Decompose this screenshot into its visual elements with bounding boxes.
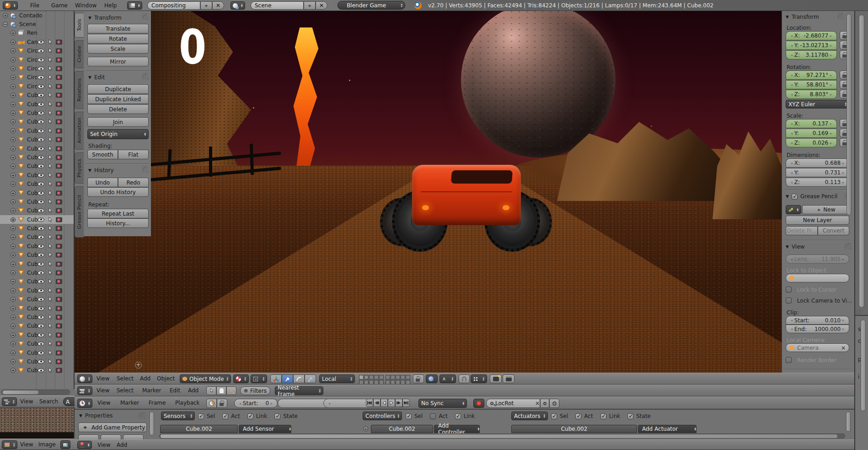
outliner-row[interactable]: +Cub <box>0 366 74 375</box>
outliner-row[interactable]: +Circ <box>0 47 74 55</box>
jump-to-start-button[interactable] <box>366 399 373 407</box>
lock-to-cursor-checkbox[interactable] <box>786 287 792 293</box>
menu-window[interactable]: Window <box>75 0 96 11</box>
visibility-icon[interactable] <box>38 262 44 266</box>
selectability-icon[interactable] <box>47 207 53 214</box>
render-display-select[interactable] <box>426 374 438 383</box>
add-scene-button[interactable]: ＋ <box>304 1 316 10</box>
panel-title-grease-pencil[interactable]: ▼ Grease Pencil <box>786 193 837 200</box>
selectability-icon[interactable] <box>47 332 53 338</box>
outliner-row[interactable]: +Circ <box>0 55 74 64</box>
viewport-shading-select[interactable]: ▴▾ <box>233 374 249 383</box>
view3d-menu-select[interactable]: Select <box>117 373 134 384</box>
mirror-button[interactable]: Mirror <box>87 57 149 66</box>
outliner-row[interactable]: +Cub <box>0 171 74 179</box>
renderability-icon[interactable] <box>56 297 62 302</box>
outliner-row[interactable]: +Cub <box>0 331 74 339</box>
timeline-menu-marker[interactable]: Marker <box>120 397 139 409</box>
shade-flat-button[interactable]: Flat <box>118 150 149 159</box>
layer-cell[interactable] <box>364 380 369 385</box>
outliner-hscrollbar[interactable] <box>1 390 70 395</box>
add-controller-select[interactable]: Add Controller▴▾ <box>434 425 480 433</box>
prev-keyframe-button[interactable] <box>373 399 380 407</box>
renderability-icon[interactable] <box>56 66 62 71</box>
expand-icon[interactable]: + <box>11 235 16 240</box>
visibility-icon[interactable] <box>38 324 44 328</box>
logic-hscrollbar[interactable] <box>159 434 845 439</box>
scale-button[interactable]: Scale <box>87 44 149 54</box>
visibility-icon[interactable] <box>38 217 44 222</box>
visibility-icon[interactable] <box>38 359 44 363</box>
expand-icon[interactable]: + <box>11 332 16 337</box>
lens-field[interactable]: ◂ Lens:11.905 ▸ <box>786 255 849 264</box>
selectability-icon[interactable] <box>47 341 53 347</box>
selectability-icon[interactable] <box>47 217 53 223</box>
timeline-menu-view[interactable]: View <box>97 397 110 409</box>
outliner-row[interactable]: +Cub <box>0 189 74 197</box>
outliner-row[interactable]: −Scene <box>0 20 74 28</box>
expand-icon[interactable]: + <box>11 39 16 44</box>
expand-icon[interactable]: + <box>11 102 16 107</box>
filters-button[interactable]: ⊕Filters <box>240 386 270 395</box>
renderability-icon[interactable] <box>56 102 62 107</box>
clear-keying-set-icon[interactable]: × <box>535 400 540 407</box>
renderability-icon[interactable] <box>56 253 62 258</box>
selectability-icon[interactable] <box>47 234 53 240</box>
repeat-last-button[interactable]: Repeat Last <box>87 209 149 218</box>
timeline-type-selector[interactable]: ▴▾ <box>77 399 92 408</box>
outliner-row[interactable]: +Cub <box>0 277 74 286</box>
sensors-filter-select[interactable]: Sensors▴▾ <box>161 412 195 420</box>
renderability-icon[interactable] <box>56 182 62 187</box>
visibility-icon[interactable] <box>38 369 44 373</box>
render-border-row[interactable]: Render Border <box>786 357 837 363</box>
image-menu-image[interactable]: Image <box>38 439 56 450</box>
layer-cell[interactable] <box>401 375 405 380</box>
image-editor-preview[interactable] <box>0 407 75 439</box>
layer-cell[interactable] <box>374 380 379 385</box>
renderability-icon[interactable] <box>56 119 62 125</box>
actuators-object-bar[interactable]: Cube.002 <box>511 425 637 433</box>
add-game-property-button[interactable]: ＋Add Game Property <box>78 423 147 432</box>
expand-icon[interactable]: + <box>11 119 16 125</box>
history-button[interactable]: History... <box>87 218 149 228</box>
gp-new-layer-button[interactable]: New Layer <box>786 216 849 225</box>
outliner-row[interactable]: +Can <box>0 38 74 46</box>
clip-start-field[interactable]: ◂ Start:0.010 ▸ <box>786 316 849 325</box>
delete-keyframe-button[interactable] <box>549 399 559 408</box>
renderability-icon[interactable] <box>56 261 62 266</box>
axis-field-x[interactable]: ◂ X:-2.68077 ▸ <box>786 31 837 40</box>
selectability-icon[interactable] <box>47 119 53 125</box>
renderability-icon[interactable] <box>56 324 62 329</box>
outliner-row[interactable]: +Cub <box>0 295 74 304</box>
layer-cell[interactable] <box>379 380 384 385</box>
renderability-icon[interactable] <box>56 39 62 44</box>
pivot-point-select[interactable]: ▴▾ <box>251 374 267 383</box>
selectability-icon[interactable] <box>47 296 53 303</box>
outliner-row[interactable]: +Cub <box>0 304 74 313</box>
layers-grid-1[interactable] <box>359 375 384 385</box>
checkbox-state[interactable] <box>627 413 633 419</box>
proportional-edit-select[interactable]: ∧▴▾ <box>439 374 456 383</box>
transform-orientation-select[interactable]: Local▴▾ <box>319 374 355 383</box>
anim-menu-marker[interactable]: Marker <box>142 385 161 396</box>
logic-menu-view[interactable]: View <box>97 440 110 450</box>
outliner-row[interactable]: +Cub <box>0 224 74 233</box>
scale-manipulator-button[interactable] <box>305 374 316 383</box>
visibility-icon[interactable] <box>38 173 44 177</box>
anim-menu-edit[interactable]: Edit <box>170 385 180 396</box>
renderability-icon[interactable] <box>56 279 62 284</box>
play-button[interactable] <box>388 399 395 407</box>
scene-name-field[interactable]: Scene <box>251 1 304 10</box>
expand-icon[interactable]: + <box>11 49 16 54</box>
anim-type-selector[interactable]: ▴▾ <box>77 386 92 395</box>
layer-cell[interactable] <box>401 380 405 385</box>
visibility-icon[interactable] <box>38 288 44 293</box>
selectability-icon[interactable] <box>47 110 53 116</box>
checkbox-sel[interactable] <box>551 413 557 419</box>
lock-camera-checkbox[interactable] <box>786 298 792 304</box>
outliner-row[interactable]: +Circ <box>0 82 74 91</box>
selectability-icon[interactable] <box>47 181 53 187</box>
visibility-icon[interactable] <box>38 182 44 186</box>
controllers-filter-select[interactable]: Controllers▴▾ <box>363 412 402 420</box>
visibility-icon[interactable] <box>38 129 44 133</box>
